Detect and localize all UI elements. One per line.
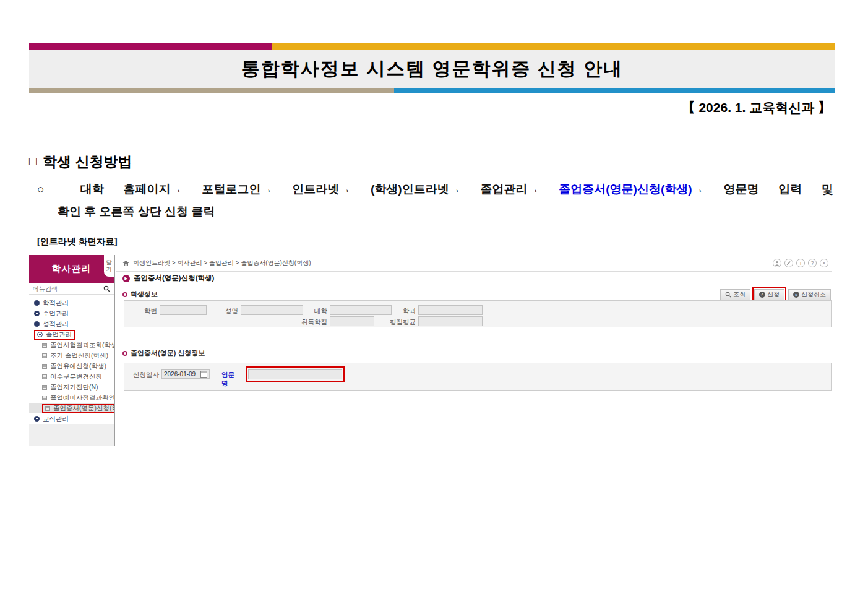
- student-id-input[interactable]: [160, 305, 207, 315]
- application-info-title: 졸업증서(영문) 신청정보: [122, 348, 205, 358]
- sidebar-item-gyojik[interactable]: 교직관리: [29, 413, 114, 424]
- x-circle-icon: ×: [793, 292, 799, 298]
- student-info-title: 학생정보: [122, 290, 158, 299]
- sidebar-item-eng-cert[interactable]: 졸업증서(영문)신청(학생): [29, 403, 114, 413]
- english-name-input[interactable]: [248, 369, 342, 379]
- circle-bullet-icon: ○: [37, 183, 61, 196]
- student-info-section-row: 학생정보 조회 ✓ 신청 × 신청취소: [116, 285, 832, 300]
- document-icon: [42, 385, 47, 390]
- search-button[interactable]: 조회: [720, 289, 750, 300]
- application-info-box: 신청일자 2026-01-09 영문명: [124, 363, 832, 391]
- red-highlight-box: 졸업증서(영문)신청(학생): [42, 404, 114, 413]
- sidebar-item-label: 졸업유예신청(학생): [50, 362, 106, 371]
- info-icon[interactable]: i: [796, 259, 805, 267]
- circle-dot-icon: [34, 321, 40, 327]
- credits-input[interactable]: [330, 316, 374, 326]
- sidebar-item-exam-result[interactable]: 졸업시험결과조회(학생): [29, 340, 114, 350]
- section-heading: □ 학생 신청방법: [29, 152, 132, 171]
- dept-label: 학과: [392, 307, 416, 316]
- sidebar-item-label: 이수구분변경신청: [50, 373, 102, 381]
- button-label: 조회: [733, 290, 746, 299]
- apply-date-field[interactable]: 2026-01-09: [161, 369, 210, 379]
- steps-line1: ○ 대학 홈페이지→ 포털로그인→ 인트라넷→ (학생)인트라넷→ 졸업관리→ …: [37, 179, 833, 200]
- document-icon: [42, 374, 47, 379]
- red-highlight-box: [246, 366, 345, 382]
- credits-label: 취득학점: [296, 318, 327, 327]
- section-title-text: 졸업증서(영문) 신청정보: [131, 348, 205, 358]
- sidebar-item-label: 성적관리: [43, 320, 69, 329]
- steps-prefix: 대학 홈페이지→ 포털로그인→ 인트라넷→ (학생)인트라넷→ 졸업관리→: [80, 183, 559, 196]
- breadcrumb: 학생인트라넷 > 학사관리 > 졸업관리 > 졸업증서(영문)신청(학생): [122, 259, 311, 267]
- sidebar-item-grad-defer[interactable]: 졸업유예신청(학생): [29, 361, 114, 371]
- home-icon[interactable]: [122, 260, 129, 267]
- sidebar-item-hakjeok[interactable]: 학적관리: [29, 298, 114, 308]
- calendar-icon[interactable]: [200, 371, 207, 378]
- stripe-tan: [29, 88, 394, 93]
- button-label: 신청취소: [801, 290, 826, 299]
- sidebar-close-button[interactable]: 닫기: [104, 255, 114, 277]
- sidebar-item-label: 졸업증서(영문)신청(학생): [53, 404, 114, 413]
- sidebar-item-label: 졸업예비사정결과확인(학생: [50, 394, 114, 402]
- english-name-label: 영문명: [221, 371, 240, 388]
- close-icon[interactable]: ×: [820, 259, 828, 267]
- gpa-input[interactable]: [418, 316, 483, 326]
- sidebar-item-course-change[interactable]: 이수구분변경신청: [29, 371, 114, 382]
- sidebar-filler: [29, 424, 114, 446]
- document-icon: [42, 343, 47, 348]
- help-icon[interactable]: ?: [808, 259, 817, 267]
- cancel-apply-button[interactable]: × 신청취소: [788, 289, 831, 300]
- student-name-label: 성명: [212, 307, 238, 316]
- banner-top-stripe: [29, 43, 835, 50]
- section-heading-text: 학생 신청방법: [43, 152, 132, 171]
- search-icon[interactable]: [103, 285, 110, 292]
- dept-input[interactable]: [418, 305, 483, 315]
- screenshot-caption: [인트라넷 화면자료]: [37, 236, 118, 248]
- document-icon: [42, 353, 47, 358]
- sidebar-item-joreop[interactable]: 졸업관리: [29, 329, 114, 340]
- sidebar-item-early-grad[interactable]: 조기 졸업신청(학생): [29, 350, 114, 361]
- circle-dot-icon: [34, 300, 40, 306]
- sidebar-item-seongjeok[interactable]: 성적관리: [29, 319, 114, 329]
- sidebar-item-label: 졸업관리: [46, 331, 72, 339]
- menu-search-input[interactable]: [33, 285, 103, 292]
- magnifier-icon: [725, 292, 731, 298]
- page-title: 통합학사정보 시스템 영문학위증 신청 안내: [241, 56, 623, 82]
- sidebar-item-sueop[interactable]: 수업관리: [29, 308, 114, 319]
- square-bullet-icon: □: [29, 154, 37, 168]
- steps-suffix: → 영문명 입력 및: [692, 183, 833, 196]
- steps-paragraph: ○ 대학 홈페이지→ 포털로그인→ 인트라넷→ (학생)인트라넷→ 졸업관리→ …: [37, 179, 833, 222]
- button-label: 신청: [767, 290, 780, 299]
- document-icon: [45, 406, 50, 411]
- steps-line2: 확인 후 오른쪽 상단 신청 클릭: [58, 201, 833, 222]
- stripe-gold: [272, 43, 835, 50]
- college-label: 대학: [304, 307, 327, 316]
- topbar: 학생인트라넷 > 학사관리 > 졸업관리 > 졸업증서(영문)신청(학생) i …: [116, 255, 832, 272]
- user-icon[interactable]: [773, 259, 781, 267]
- sidebar-item-label: 조기 졸업신청(학생): [50, 352, 108, 360]
- sidebar-title: 학사관리: [52, 263, 92, 275]
- date-attribution: 【 2026. 1. 교육혁신과 】: [682, 99, 831, 116]
- sidebar-menu: 학적관리 수업관리 성적관리 졸업관리 졸업시험결과조회(학생) 조기 졸업신청…: [29, 295, 114, 424]
- menu-search: [29, 283, 114, 295]
- apply-date-label: 신청일자: [133, 371, 159, 379]
- sidebar-item-pre-result[interactable]: 졸업예비사정결과확인(학생: [29, 392, 114, 403]
- apply-button[interactable]: ✓ 신청: [754, 289, 784, 300]
- circle-minus-icon: [37, 332, 43, 337]
- banner-bottom-stripe: [29, 88, 835, 93]
- intranet-screenshot: 학사관리 닫기 학적관리 수업관리 성적관리 졸업관리 졸업시험결과조회(학생)…: [29, 255, 832, 446]
- student-info-box: 학번 성명 대학 학과 취득학점 평점평균: [124, 300, 832, 327]
- edit-icon[interactable]: [784, 259, 793, 267]
- ring-icon: [122, 351, 127, 356]
- sidebar: 학사관리 닫기 학적관리 수업관리 성적관리 졸업관리 졸업시험결과조회(학생)…: [29, 255, 115, 446]
- application-info-section-row: 졸업증서(영문) 신청정보: [116, 344, 832, 359]
- sidebar-item-self-check[interactable]: 졸업자가진단(N): [29, 382, 114, 392]
- circle-dot-icon: [34, 311, 40, 316]
- sidebar-item-label: 교직관리: [43, 415, 69, 423]
- document-icon: [42, 396, 47, 400]
- ring-icon: [122, 292, 127, 297]
- sidebar-item-label: 학적관리: [43, 299, 69, 308]
- window-icons: i ? ×: [773, 259, 828, 267]
- college-input[interactable]: [330, 305, 392, 315]
- student-name-input[interactable]: [241, 305, 303, 315]
- student-id-label: 학번: [127, 307, 157, 316]
